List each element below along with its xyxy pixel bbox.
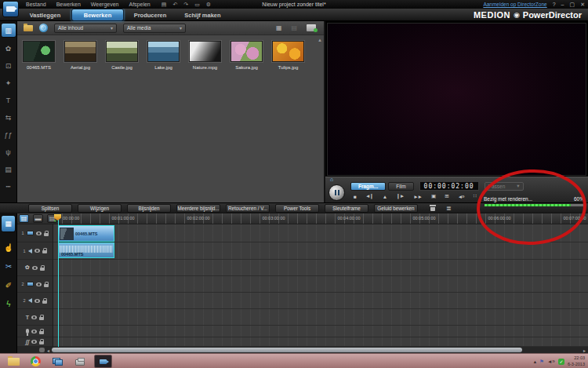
taskbar-clock[interactable]: 22:03 6-3-2013 (568, 355, 586, 366)
bijsnijden-button[interactable]: Bijsnijden (127, 204, 171, 213)
lock-icon[interactable] (44, 233, 49, 236)
movie-mode-tab[interactable]: Film (388, 182, 413, 191)
tab-vastleggen[interactable]: Vastleggen (19, 9, 71, 21)
scroll-up-icon[interactable]: ▲ (318, 38, 322, 42)
fit-zoom-dropdown[interactable]: Passen ▾ (485, 182, 524, 191)
track-header-voice[interactable] (17, 326, 53, 337)
timeline-audio-clip[interactable]: 00465.MTS (58, 242, 114, 258)
wijzigen-button[interactable]: Wijzigen (78, 204, 122, 213)
step-forward-button[interactable]: ❙► (396, 193, 404, 199)
redo-icon[interactable]: ↷ (183, 2, 188, 8)
preview-quality-button[interactable]: ∷ (474, 193, 476, 199)
scrollbar-thumb[interactable] (52, 348, 522, 352)
eye-icon[interactable] (31, 315, 37, 319)
restore-button[interactable]: ▢ (570, 2, 575, 8)
lock-icon[interactable] (40, 268, 45, 271)
chapter-room-icon[interactable]: ▤ (1, 161, 16, 177)
menu-afspelen[interactable]: Afspelen (129, 2, 151, 7)
storyboard-view-icon[interactable]: ▬ (33, 214, 43, 223)
scroll-left-icon[interactable]: ◂ (45, 348, 52, 353)
track-header-music[interactable]: ʃʃ (17, 337, 53, 347)
geluid-bewerken-button[interactable]: Geluid bewerken (374, 204, 418, 213)
audio-track-2-lane[interactable] (53, 293, 588, 309)
tray-expand-icon[interactable]: ▴ (534, 359, 536, 365)
library-item[interactable]: Tulips.jpg (272, 41, 304, 70)
split-tool-icon[interactable]: ✂ (0, 262, 17, 271)
scroll-right-icon[interactable]: ▸ (581, 348, 588, 353)
music-track-lane[interactable] (53, 337, 588, 347)
grid-view-icon[interactable]: ▦ (276, 24, 282, 31)
timeline-lanes[interactable]: 00465.MTS 00465.MTS (53, 224, 588, 347)
explorer-taskbar-button[interactable] (6, 355, 21, 368)
powerdirector-taskbar-button[interactable] (94, 355, 112, 368)
tray-volume-icon[interactable]: ◄» (547, 359, 555, 364)
home-icon[interactable]: ⌂ (330, 177, 333, 182)
step-backward-button[interactable]: ◄❙ (365, 193, 373, 199)
timeline-video-clip[interactable]: 00465.MTS (58, 225, 114, 242)
timeline-scrollbar[interactable]: ◂ ▸ (17, 347, 588, 353)
seek-button[interactable]: ▲ (383, 194, 387, 199)
clip-mode-tab[interactable]: Fragm... (350, 182, 386, 191)
download-folder-icon[interactable] (307, 24, 316, 31)
library-item[interactable]: Castle.jpg (106, 41, 138, 70)
voiceover-room-icon[interactable]: ψ (1, 144, 16, 160)
power-tools-button[interactable]: Power Tools (275, 204, 319, 213)
network-app-taskbar-button[interactable] (50, 355, 65, 368)
track-header-audio2[interactable]: 2 (17, 293, 53, 309)
retoucheren-button[interactable]: Retoucheren / V... (226, 204, 270, 213)
eye-icon[interactable] (34, 249, 40, 253)
import-media-icon[interactable] (24, 25, 33, 31)
track-header-video2[interactable]: 2 (17, 276, 53, 293)
action-center-flag-icon[interactable]: ⚑ (539, 359, 544, 365)
lock-icon[interactable] (44, 284, 49, 287)
lock-icon[interactable] (39, 341, 44, 344)
menu-bestand[interactable]: Bestand (26, 2, 46, 7)
menu-bewerken[interactable]: Bewerken (56, 2, 81, 7)
track-header-title[interactable]: T (17, 309, 53, 326)
wand-tool-icon[interactable]: ✐ (0, 281, 17, 290)
hand-tool-icon[interactable]: ☝ (0, 243, 17, 252)
title-room-icon[interactable]: T (1, 92, 16, 108)
effect-track-lane[interactable] (53, 260, 588, 276)
eye-icon[interactable] (34, 299, 40, 303)
sleutelframe-button[interactable]: Sleutelframe (325, 204, 368, 213)
fix-tool-icon[interactable]: ϟ (0, 300, 17, 308)
aspect-ratio-icon[interactable]: ▭ (194, 2, 200, 8)
library-item[interactable]: Aerial.jpg (64, 41, 96, 70)
app-icon[interactable] (2, 1, 19, 17)
timecode-display[interactable]: 00:00:02:00 (419, 181, 479, 191)
media-filter-dropdown[interactable]: Alle media ▾ (123, 24, 186, 33)
lock-icon[interactable] (42, 301, 47, 304)
subtitle-room-icon[interactable]: ┅ (1, 178, 16, 195)
pause-button[interactable] (328, 184, 345, 201)
lock-icon[interactable] (39, 317, 44, 320)
lock-icon[interactable] (39, 331, 44, 334)
close-button[interactable]: ✕ (580, 2, 585, 8)
directorzone-link[interactable]: Aanmelden op DirectorZone (483, 2, 546, 7)
audio-track-1-lane[interactable]: 00465.MTS (53, 242, 588, 260)
timeline-ruler[interactable]: ▤ ▬ ▤ 00:00:00 00:01:00:00 00:02:00:00 0… (17, 213, 588, 224)
trash-icon[interactable] (430, 205, 436, 211)
chrome-taskbar-button[interactable] (28, 355, 43, 368)
content-filter-dropdown[interactable]: Alle inhoud ▾ (54, 24, 117, 33)
undo-icon[interactable]: ↶ (172, 2, 177, 8)
tab-bewerken[interactable]: Bewerken (71, 9, 124, 21)
fast-forward-button[interactable]: ►► (413, 194, 422, 199)
menu-weergeven[interactable]: Weergeven (91, 2, 119, 7)
splitsen-button[interactable]: Splitsen (28, 204, 72, 213)
eye-icon[interactable] (32, 266, 38, 270)
eye-icon[interactable] (36, 231, 42, 235)
library-item[interactable]: Lake.jpg (147, 41, 180, 70)
tab-produceren[interactable]: Produceren (124, 9, 176, 21)
effects-room-icon[interactable]: ✿ (1, 40, 16, 56)
track-header-video1[interactable]: 1 (17, 224, 53, 242)
particle-room-icon[interactable]: ✦ (1, 75, 16, 91)
library-item[interactable]: Nature.mpg (189, 41, 221, 70)
volume-button[interactable]: ◄» (458, 194, 464, 199)
save-icon[interactable]: ▤ (162, 2, 167, 8)
track-header-audio1[interactable]: 1 (17, 242, 53, 260)
filter-icon[interactable]: ▤ (291, 24, 297, 31)
meerdere-bijsnijden-button[interactable]: Meerdere bijsnijd... (176, 204, 220, 213)
help-button[interactable]: ? (553, 2, 556, 7)
title-track-lane[interactable] (53, 309, 588, 326)
